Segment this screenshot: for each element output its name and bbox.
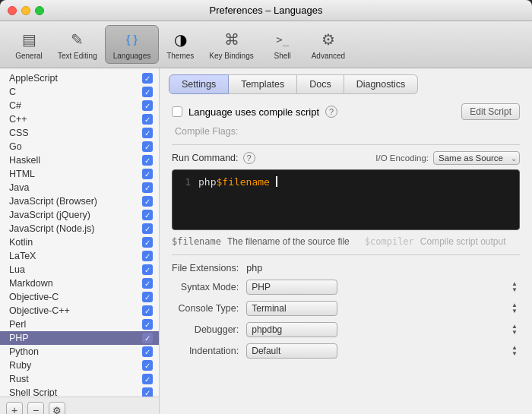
lang-item[interactable]: Go ✓: [0, 140, 159, 153]
form-grid: File Extensions: php Syntax Mode: PHPHTM…: [172, 263, 520, 359]
tab-docs[interactable]: Docs: [297, 74, 344, 94]
lang-item[interactable]: Shell Script ✓: [0, 386, 159, 397]
compile-script-help-icon[interactable]: ?: [325, 106, 337, 118]
lang-item[interactable]: JavaScript (Browser) ✓: [0, 194, 159, 208]
variables-section: $filename The filename of the source fil…: [172, 236, 520, 247]
lang-item[interactable]: HTML ✓: [0, 167, 159, 181]
tab-diagnostics[interactable]: Diagnostics: [344, 74, 419, 94]
toolbar-item-key-bindings[interactable]: Key Bindings: [201, 26, 261, 63]
lang-item[interactable]: C ✓: [0, 85, 159, 99]
console-type-label: Console Type:: [172, 303, 239, 314]
lang-name: Objective-C++: [9, 305, 142, 316]
lang-item[interactable]: C++ ✓: [0, 112, 159, 126]
tab-templates[interactable]: Templates: [229, 74, 297, 94]
lang-name: Lua: [9, 264, 142, 275]
lang-name: Perl: [9, 319, 142, 330]
lang-item[interactable]: Python ✓: [0, 345, 159, 359]
lang-item[interactable]: Rust ✓: [0, 372, 159, 386]
lang-name: CSS: [9, 128, 142, 138]
lang-check-icon: ✓: [142, 387, 153, 397]
lang-item[interactable]: LaTeX ✓: [0, 249, 159, 263]
remove-language-button[interactable]: −: [27, 402, 44, 414]
lang-item[interactable]: C# ✓: [0, 99, 159, 112]
language-list: AppleScript ✓ C ✓ C# ✓ C++ ✓ CSS ✓ Go ✓ …: [0, 68, 159, 397]
window: Preferences – Languages General Text Edi…: [0, 0, 532, 414]
toolbar-item-advanced[interactable]: Advanced: [304, 26, 353, 63]
lang-check-icon: ✓: [142, 360, 153, 371]
compile-flags-row: Compile Flags:: [172, 126, 520, 137]
lang-check-icon: ✓: [142, 87, 153, 97]
traffic-lights: [8, 6, 44, 15]
close-button[interactable]: [8, 6, 17, 15]
debugger-select-wrapper: phpdbgNone ▲▼: [246, 322, 520, 337]
debugger-arrows: ▲▼: [511, 324, 518, 336]
toolbar-item-shell[interactable]: Shell: [261, 26, 304, 63]
lang-item[interactable]: Objective-C++ ✓: [0, 304, 159, 318]
lang-check-icon: ✓: [142, 264, 153, 275]
toolbar-item-general[interactable]: General: [8, 26, 50, 63]
lang-item[interactable]: JavaScript (Node.js) ✓: [0, 222, 159, 235]
lang-check-icon: ✓: [142, 128, 153, 138]
lang-item[interactable]: PHP ✓: [0, 331, 159, 345]
lang-name: AppleScript: [9, 73, 142, 84]
indentation-select[interactable]: DefaultTabs2 Spaces4 Spaces: [246, 343, 337, 359]
io-encoding-section: I/O Encoding: Same as Source: [375, 151, 520, 165]
io-encoding-dropdown-wrapper: Same as Source: [433, 151, 520, 165]
tab-settings[interactable]: Settings: [169, 74, 229, 94]
lang-item[interactable]: Kotlin ✓: [0, 235, 159, 249]
cursor: [270, 176, 277, 187]
io-encoding-select[interactable]: Same as Source: [433, 151, 520, 165]
run-command-code-area[interactable]: 1 php $filename: [172, 169, 520, 230]
toolbar-label-advanced: Advanced: [312, 52, 345, 60]
minimize-button[interactable]: [21, 6, 30, 15]
lang-item[interactable]: Objective-C ✓: [0, 290, 159, 304]
lang-check-icon: ✓: [142, 169, 153, 179]
indentation-select-wrapper: DefaultTabs2 Spaces4 Spaces ▲▼: [246, 343, 520, 359]
toolbar-item-languages[interactable]: Languages: [105, 25, 160, 64]
debugger-select[interactable]: phpdbgNone: [246, 322, 337, 337]
languages-icon: [121, 29, 142, 50]
lang-item[interactable]: Ruby ✓: [0, 359, 159, 372]
maximize-button[interactable]: [35, 6, 44, 15]
lang-item[interactable]: Perl ✓: [0, 318, 159, 331]
lang-name: C: [9, 87, 142, 97]
console-type-select[interactable]: TerminalIntegrated: [246, 301, 337, 316]
lang-name: Go: [9, 141, 142, 152]
toolbar-label-text-editing: Text Editing: [58, 52, 97, 60]
lang-item[interactable]: Markdown ✓: [0, 277, 159, 290]
run-command-label: Run Command:: [172, 153, 239, 163]
syntax-mode-select[interactable]: PHPHTMLJavaScript: [246, 280, 337, 295]
toolbar-item-themes[interactable]: Themes: [159, 26, 201, 63]
lang-check-icon: ✓: [142, 278, 153, 289]
compile-script-checkbox[interactable]: [172, 106, 182, 117]
console-type-select-wrapper: TerminalIntegrated ▲▼: [246, 301, 520, 316]
lang-item[interactable]: JavaScript (jQuery) ✓: [0, 208, 159, 222]
lang-name: LaTeX: [9, 251, 142, 261]
indentation-label: Indentation:: [172, 346, 239, 356]
sidebar-footer: + − ⚙: [0, 397, 159, 414]
lang-check-icon: ✓: [142, 155, 153, 166]
toolbar-item-text-editing[interactable]: Text Editing: [50, 26, 105, 63]
run-command-help-icon[interactable]: ?: [243, 152, 255, 164]
add-language-button[interactable]: +: [6, 402, 23, 414]
window-title: Preferences – Languages: [210, 5, 323, 16]
compile-flags-label: Compile Flags:: [175, 126, 238, 137]
toolbar-label-shell: Shell: [274, 52, 291, 60]
lang-item[interactable]: AppleScript ✓: [0, 71, 159, 85]
settings-panel: Language uses compile script ? Edit Scri…: [160, 94, 532, 414]
toolbar-label-general: General: [15, 52, 43, 60]
language-settings-gear-button[interactable]: ⚙: [49, 402, 65, 414]
lang-item[interactable]: CSS ✓: [0, 126, 159, 140]
lang-item[interactable]: Lua ✓: [0, 263, 159, 277]
lang-name: HTML: [9, 169, 142, 179]
compile-script-row: Language uses compile script ? Edit Scri…: [172, 103, 520, 120]
edit-script-button[interactable]: Edit Script: [461, 103, 520, 120]
key-bindings-icon: [221, 29, 242, 50]
lang-name: Python: [9, 346, 142, 357]
lang-item[interactable]: Haskell ✓: [0, 153, 159, 167]
lang-item[interactable]: Java ✓: [0, 181, 159, 194]
lang-name: Haskell: [9, 155, 142, 166]
lang-check-icon: ✓: [142, 305, 153, 316]
lang-name: C++: [9, 114, 142, 125]
compile-script-label: Language uses compile script: [188, 106, 319, 118]
